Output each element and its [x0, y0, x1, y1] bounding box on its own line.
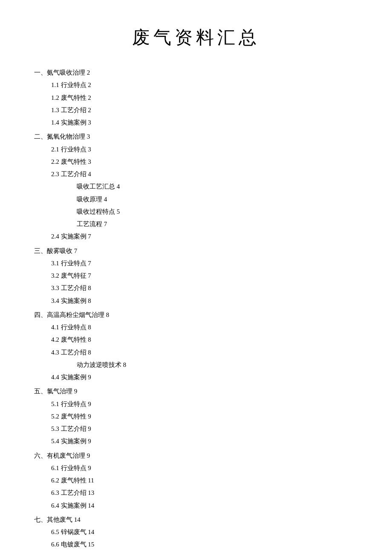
- toc-section-level1: 五、氯气治理 9: [34, 385, 358, 398]
- toc-section-level2: 3.4 实施案例 8: [34, 295, 358, 307]
- toc-section-level2: 6.2 废气特性 11: [34, 474, 358, 487]
- toc-section-level2: 4.2 废气特性 8: [34, 334, 358, 346]
- toc-section-level2: 1.1 行业特点 2: [34, 79, 358, 91]
- toc-section-level2: 2.1 行业特点 3: [34, 143, 358, 156]
- toc-section-level2: 2.4 实施案例 7: [34, 230, 358, 243]
- toc-section-level2: 6.6 电镀废气 15: [34, 538, 358, 551]
- toc-section-level2: 3.1 行业特点 7: [34, 257, 358, 270]
- toc-section-level1: 六、有机废气治理 9: [34, 450, 358, 462]
- toc-section-level2: 6.3 工艺介绍 13: [34, 487, 358, 499]
- toc-section-level1: 七、其他废气 14: [34, 514, 358, 526]
- toc-section-level2: 1.2 废气特性 2: [34, 92, 358, 104]
- toc-section-level2: 6.5 锌锅废气 14: [34, 526, 358, 538]
- toc-section-level2: 6.1 行业特点 9: [34, 462, 358, 474]
- toc-section-level1: 四、高温高粉尘烟气治理 8: [34, 309, 358, 321]
- toc-section-level2: 2.2 废气特性 3: [34, 156, 358, 168]
- toc-section-level1: 附件 17: [34, 553, 358, 555]
- toc-section-level2: 6.4 实施案例 14: [34, 500, 358, 512]
- toc-section-level2: 1.4 实施案例 3: [34, 116, 358, 129]
- toc-section-level3: 吸收工艺汇总 4: [34, 180, 358, 193]
- toc-section-level1: 一、氨气吸收治理 2: [34, 67, 358, 79]
- toc-section-level3: 吸收过程特点 5: [34, 206, 358, 218]
- toc-section-level2: 3.2 废气特征 7: [34, 270, 358, 282]
- toc-section-level2: 5.1 行业特点 9: [34, 398, 358, 410]
- toc-section-level3: 吸收原理 4: [34, 193, 358, 206]
- toc-section-level1: 二、氮氧化物治理 3: [34, 131, 358, 143]
- toc-section-level2: 4.1 行业特点 8: [34, 321, 358, 334]
- toc-section-level3: 工艺流程 7: [34, 218, 358, 230]
- toc-section-level2: 4.3 工艺介绍 8: [34, 346, 358, 359]
- toc-section-level2: 5.2 废气特性 9: [34, 410, 358, 423]
- table-of-contents: 一、氨气吸收治理 21.1 行业特点 21.2 废气特性 21.3 工艺介绍 2…: [34, 67, 358, 555]
- toc-section-level2: 2.3 工艺介绍 4: [34, 168, 358, 180]
- toc-section-level2: 5.4 实施案例 9: [34, 435, 358, 447]
- toc-section-level3: 动力波逆喷技术 8: [34, 359, 358, 371]
- toc-section-level2: 3.3 工艺介绍 8: [34, 282, 358, 294]
- page-title: 废气资料汇总: [34, 26, 358, 49]
- toc-section-level2: 4.4 实施案例 9: [34, 371, 358, 384]
- toc-section-level2: 5.3 工艺介绍 9: [34, 423, 358, 435]
- toc-section-level1: 三、酸雾吸收 7: [34, 245, 358, 257]
- toc-section-level2: 1.3 工艺介绍 2: [34, 104, 358, 116]
